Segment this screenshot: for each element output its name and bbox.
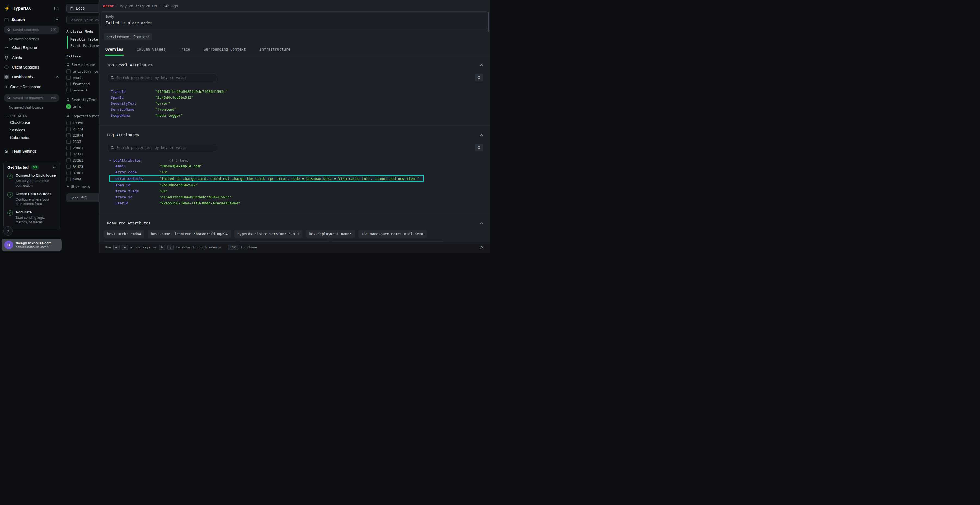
- help-button[interactable]: ?: [3, 226, 13, 236]
- sidebar-item-chart-explorer[interactable]: Chart Explorer: [0, 43, 63, 52]
- section-settings-button[interactable]: ⚙: [475, 144, 484, 151]
- team-settings-button[interactable]: ⚙ Team Settings: [0, 146, 63, 157]
- attribute-row-highlighted[interactable]: error.details"failed to charge card: cou…: [109, 175, 424, 182]
- attribute-row[interactable]: trace_flags"01": [99, 188, 490, 194]
- scrollbar[interactable]: [488, 12, 490, 32]
- checkbox-checked[interactable]: ✓: [67, 105, 70, 108]
- facet-group-servicename[interactable]: ServiceName: [67, 63, 99, 67]
- saved-searches-input[interactable]: [13, 28, 48, 32]
- attribute-row[interactable]: span_id"2b43d0c4dd6bc582": [99, 182, 490, 188]
- preset-item-clickhouse[interactable]: ClickHouse: [0, 119, 63, 126]
- attribute-row[interactable]: SpanId"2b43d0c4dd6bc582": [99, 94, 490, 100]
- tab-column-values[interactable]: Column Values: [136, 44, 166, 56]
- resource-chip[interactable]: host.name: frontend-6b6c8d7bfd-ng894: [148, 230, 231, 238]
- chevron-up-icon[interactable]: [56, 18, 59, 21]
- preset-item-services[interactable]: Services: [0, 126, 63, 134]
- facet-option[interactable]: 29081: [67, 145, 99, 151]
- facet-option[interactable]: 33261: [67, 157, 99, 164]
- property-search-input[interactable]: [116, 76, 213, 80]
- checkbox[interactable]: [67, 152, 70, 156]
- event-search-input[interactable]: [69, 18, 99, 22]
- resource-chip[interactable]: hyperdx.distro.version: 0.8.1: [234, 230, 302, 238]
- checkbox[interactable]: [67, 146, 70, 150]
- property-search-box[interactable]: [108, 74, 216, 81]
- facet-group-severitytext[interactable]: SeverityText: [67, 98, 99, 102]
- checkbox[interactable]: [67, 133, 70, 137]
- checkbox[interactable]: [67, 177, 70, 181]
- checkbox[interactable]: [67, 82, 70, 86]
- facet-option[interactable]: 2333: [67, 138, 99, 145]
- search-section-header[interactable]: Search: [0, 14, 63, 24]
- close-icon[interactable]: [480, 245, 484, 249]
- get-started-step[interactable]: ✓ Add Data Start sending logs, metrics, …: [7, 210, 56, 225]
- sidebar-item-client-sessions[interactable]: Client Sessions: [0, 62, 63, 72]
- sidebar-item-dashboards[interactable]: Dashboards: [0, 72, 63, 82]
- attribute-row[interactable]: email"vmoses@example.com": [99, 163, 490, 169]
- property-search-box[interactable]: [108, 144, 216, 151]
- chevron-up-icon[interactable]: [56, 75, 59, 79]
- facet-option[interactable]: 4894: [67, 176, 99, 182]
- checkbox[interactable]: [67, 76, 70, 80]
- facet-option[interactable]: payment: [67, 87, 99, 93]
- tab-trace[interactable]: Trace: [178, 44, 191, 56]
- facet-option[interactable]: ✓error: [67, 103, 99, 110]
- user-menu[interactable]: D dale@clickhouse.com dale@clickhouse.co…: [2, 239, 62, 251]
- saved-dashboards-search[interactable]: ⌘K: [4, 94, 59, 102]
- collapse-sidebar-icon[interactable]: [54, 6, 59, 10]
- facet-option[interactable]: 22974: [67, 132, 99, 138]
- get-started-header[interactable]: Get Started 3/3: [7, 165, 56, 170]
- get-started-step[interactable]: ✓ Connect to ClickHouse Set up your data…: [7, 173, 56, 188]
- source-select-button[interactable]: Logs: [67, 4, 99, 13]
- tab-infrastructure[interactable]: Infrastructure: [259, 44, 291, 56]
- log-attributes-root-row[interactable]: ▾ LogAttributes {} 7 keys: [99, 158, 490, 162]
- facet-option[interactable]: 21734: [67, 126, 99, 132]
- attribute-row[interactable]: ServiceName"frontend": [99, 106, 490, 113]
- presets-header[interactable]: PRESETS: [0, 111, 63, 119]
- checkbox[interactable]: [67, 121, 70, 125]
- facet-option[interactable]: 32311: [67, 151, 99, 157]
- create-dashboard-button[interactable]: + Create Dashboard: [0, 82, 63, 92]
- resource-chip[interactable]: host.arch: amd64: [104, 230, 144, 238]
- facet-option[interactable]: artillery-loa: [67, 68, 99, 75]
- preset-item-kubernetes[interactable]: Kubernetes: [0, 134, 63, 141]
- facet-group-logattributes[interactable]: LogAttributes: [67, 114, 99, 118]
- checkbox[interactable]: [67, 140, 70, 144]
- sidebar-item-alerts[interactable]: Alerts: [0, 52, 63, 62]
- collapse-section-icon[interactable]: [480, 221, 484, 225]
- attribute-row[interactable]: error.code"13": [99, 169, 490, 175]
- attribute-row[interactable]: ScopeName"node-logger": [99, 113, 490, 118]
- checkbox[interactable]: [67, 165, 70, 169]
- expand-caret-icon[interactable]: ▾: [109, 159, 111, 162]
- facet-option[interactable]: frontend: [67, 81, 99, 87]
- checkbox[interactable]: [67, 69, 70, 73]
- section-settings-button[interactable]: ⚙: [475, 74, 484, 81]
- saved-searches-search[interactable]: ⌘K: [4, 25, 59, 34]
- service-name-chip[interactable]: ServiceName: frontend: [104, 33, 152, 40]
- facet-option[interactable]: 19350: [67, 120, 99, 126]
- less-filters-button[interactable]: Less fil: [67, 194, 99, 202]
- checkbox[interactable]: [67, 171, 70, 175]
- tab-overview[interactable]: Overview: [105, 44, 124, 56]
- resource-chip[interactable]: k8s.deployment.name:: [306, 230, 355, 238]
- property-search-input[interactable]: [116, 146, 213, 150]
- collapse-section-icon[interactable]: [480, 64, 484, 67]
- facet-option[interactable]: email: [67, 75, 99, 81]
- checkbox[interactable]: [67, 127, 70, 131]
- mode-event-patterns[interactable]: Event Patterns: [70, 43, 99, 49]
- attribute-row[interactable]: trace_id"4156d3fbc40a64854d9dc7f68641593…: [99, 194, 490, 200]
- event-search-box[interactable]: [67, 16, 99, 24]
- mode-results-table[interactable]: Results Table: [70, 36, 99, 43]
- resource-chip[interactable]: k8s.namespace.name: otel-demo: [358, 230, 426, 238]
- get-started-step[interactable]: ✓ Create Data Sources Configure where yo…: [7, 192, 56, 206]
- collapse-section-icon[interactable]: [480, 133, 484, 137]
- checkbox[interactable]: [67, 158, 70, 162]
- show-more-toggle[interactable]: Show more: [67, 184, 99, 189]
- facet-option[interactable]: 37801: [67, 170, 99, 176]
- attribute-row[interactable]: userId"92a55156-39a4-11f0-8ddd-a2eca416a…: [99, 200, 490, 206]
- tab-surrounding-context[interactable]: Surrounding Context: [203, 44, 246, 56]
- attribute-row[interactable]: TraceId"4156d3fbc40a64854d9dc7f68641593c…: [99, 89, 490, 94]
- saved-dashboards-input[interactable]: [13, 96, 48, 100]
- attribute-row[interactable]: SeverityText"error": [99, 100, 490, 106]
- checkbox[interactable]: [67, 88, 70, 92]
- chevron-up-icon[interactable]: [52, 166, 56, 169]
